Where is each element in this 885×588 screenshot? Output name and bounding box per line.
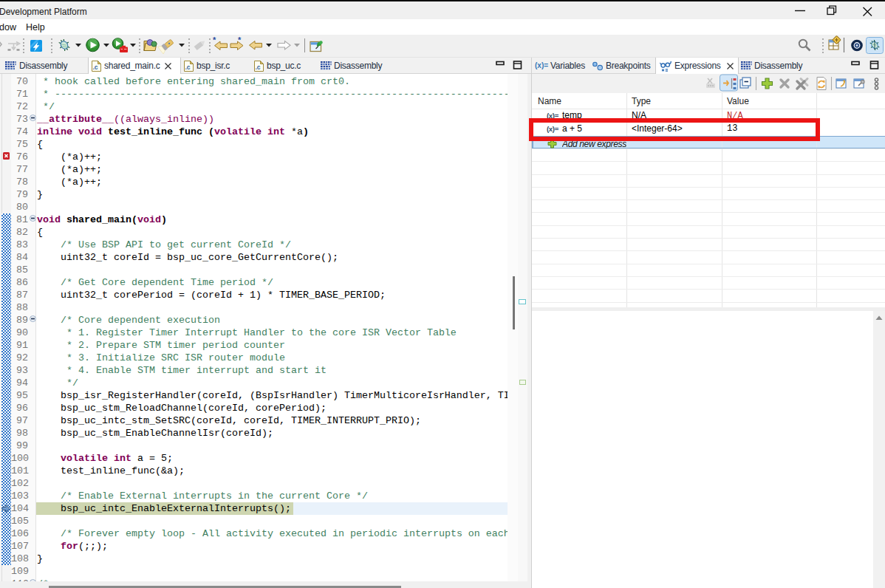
svg-text:.c: .c (256, 64, 261, 71)
svg-text:.c: .c (185, 64, 191, 71)
svg-text:.c: .c (93, 64, 98, 71)
svg-text:*: * (213, 35, 216, 44)
svg-text:*: * (238, 35, 242, 44)
